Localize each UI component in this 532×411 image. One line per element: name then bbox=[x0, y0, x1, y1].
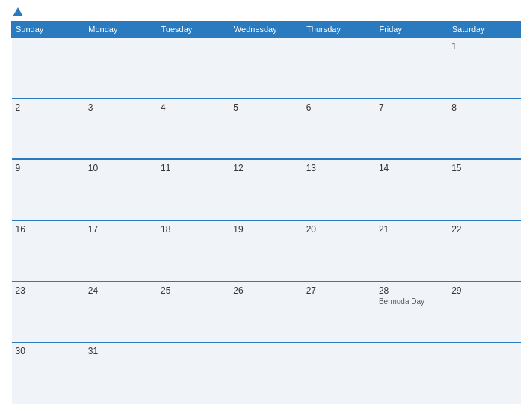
calendar-cell: 11 bbox=[157, 159, 229, 220]
calendar-cell bbox=[229, 342, 302, 404]
calendar-table: SundayMondayTuesdayWednesdayThursdayFrid… bbox=[11, 21, 521, 404]
weekday-header-thursday: Thursday bbox=[303, 22, 375, 38]
calendar-cell bbox=[375, 342, 448, 404]
calendar-cell: 26 bbox=[229, 282, 302, 343]
day-number: 21 bbox=[379, 224, 444, 235]
calendar-cell bbox=[157, 342, 229, 404]
calendar-cell bbox=[84, 37, 157, 99]
calendar-cell: 6 bbox=[303, 99, 375, 160]
day-number: 18 bbox=[161, 224, 226, 235]
day-number: 8 bbox=[451, 102, 516, 113]
day-number: 20 bbox=[306, 224, 371, 235]
calendar-cell: 1 bbox=[448, 37, 520, 99]
day-number: 7 bbox=[379, 102, 444, 113]
calendar-cell: 24 bbox=[84, 282, 157, 343]
weekday-header-wednesday: Wednesday bbox=[229, 22, 302, 38]
calendar-cell: 12 bbox=[229, 159, 302, 220]
calendar-cell bbox=[303, 37, 375, 99]
day-number: 1 bbox=[451, 41, 516, 52]
calendar-cell: 10 bbox=[84, 159, 157, 220]
calendar-cell: 27 bbox=[303, 282, 375, 343]
calendar-cell: 18 bbox=[157, 220, 229, 282]
day-number: 25 bbox=[161, 285, 226, 296]
calendar-cell bbox=[448, 342, 520, 404]
calendar-week-row: 232425262728Bermuda Day29 bbox=[12, 282, 521, 343]
day-number: 28 bbox=[379, 285, 444, 296]
day-number: 10 bbox=[88, 163, 153, 173]
logo bbox=[11, 7, 24, 16]
calendar-cell: 15 bbox=[448, 159, 520, 220]
calendar-cell: 20 bbox=[303, 220, 375, 282]
day-number: 4 bbox=[161, 102, 226, 113]
day-number: 12 bbox=[233, 163, 298, 173]
calendar-cell: 16 bbox=[12, 220, 84, 282]
weekday-header-saturday: Saturday bbox=[448, 22, 520, 38]
weekday-header-friday: Friday bbox=[375, 22, 448, 38]
calendar-cell: 7 bbox=[375, 99, 448, 160]
day-number: 22 bbox=[451, 224, 516, 235]
day-number: 3 bbox=[88, 102, 153, 113]
calendar-header bbox=[11, 7, 521, 16]
calendar-header-row: SundayMondayTuesdayWednesdayThursdayFrid… bbox=[12, 22, 521, 38]
calendar-cell: 4 bbox=[157, 99, 229, 160]
calendar-cell bbox=[229, 37, 302, 99]
calendar-body: 1234567891011121314151617181920212223242… bbox=[12, 37, 521, 404]
calendar-cell: 8 bbox=[448, 99, 520, 160]
day-number: 24 bbox=[88, 285, 153, 296]
calendar-cell: 21 bbox=[375, 220, 448, 282]
day-number: 30 bbox=[16, 346, 81, 356]
day-number: 9 bbox=[16, 163, 81, 173]
calendar-week-row: 3031 bbox=[12, 342, 521, 404]
calendar-cell: 31 bbox=[84, 342, 157, 404]
logo-triangle-icon bbox=[13, 7, 23, 16]
day-number: 14 bbox=[379, 163, 444, 173]
calendar-cell bbox=[375, 37, 448, 99]
calendar-week-row: 1 bbox=[12, 37, 521, 99]
weekday-header-monday: Monday bbox=[84, 22, 157, 38]
calendar-cell bbox=[12, 37, 84, 99]
calendar-cell: 28Bermuda Day bbox=[375, 282, 448, 343]
day-number: 23 bbox=[16, 285, 81, 296]
day-number: 13 bbox=[306, 163, 371, 173]
day-number: 5 bbox=[233, 102, 298, 113]
calendar-cell bbox=[157, 37, 229, 99]
calendar-cell: 25 bbox=[157, 282, 229, 343]
calendar-page: SundayMondayTuesdayWednesdayThursdayFrid… bbox=[0, 0, 532, 411]
calendar-cell: 3 bbox=[84, 99, 157, 160]
calendar-cell: 23 bbox=[12, 282, 84, 343]
day-number: 6 bbox=[306, 102, 371, 113]
calendar-cell: 30 bbox=[12, 342, 84, 404]
calendar-week-row: 9101112131415 bbox=[12, 159, 521, 220]
calendar-cell: 19 bbox=[229, 220, 302, 282]
day-number: 29 bbox=[451, 285, 516, 296]
day-number: 27 bbox=[306, 285, 371, 296]
calendar-cell: 2 bbox=[12, 99, 84, 160]
day-number: 26 bbox=[233, 285, 298, 296]
calendar-cell bbox=[303, 342, 375, 404]
calendar-week-row: 2345678 bbox=[12, 99, 521, 160]
weekday-header-sunday: Sunday bbox=[12, 22, 84, 38]
calendar-week-row: 16171819202122 bbox=[12, 220, 521, 282]
day-number: 19 bbox=[233, 224, 298, 235]
calendar-cell: 9 bbox=[12, 159, 84, 220]
calendar-cell: 17 bbox=[84, 220, 157, 282]
day-number: 11 bbox=[161, 163, 226, 173]
day-number: 31 bbox=[88, 346, 153, 356]
calendar-cell: 29 bbox=[448, 282, 520, 343]
day-number: 16 bbox=[16, 224, 81, 235]
day-number: 17 bbox=[88, 224, 153, 235]
day-event: Bermuda Day bbox=[379, 297, 444, 306]
day-number: 2 bbox=[16, 102, 81, 113]
calendar-cell: 14 bbox=[375, 159, 448, 220]
calendar-cell: 22 bbox=[448, 220, 520, 282]
calendar-cell: 5 bbox=[229, 99, 302, 160]
weekday-header-tuesday: Tuesday bbox=[157, 22, 229, 38]
day-number: 15 bbox=[451, 163, 516, 173]
calendar-cell: 13 bbox=[303, 159, 375, 220]
